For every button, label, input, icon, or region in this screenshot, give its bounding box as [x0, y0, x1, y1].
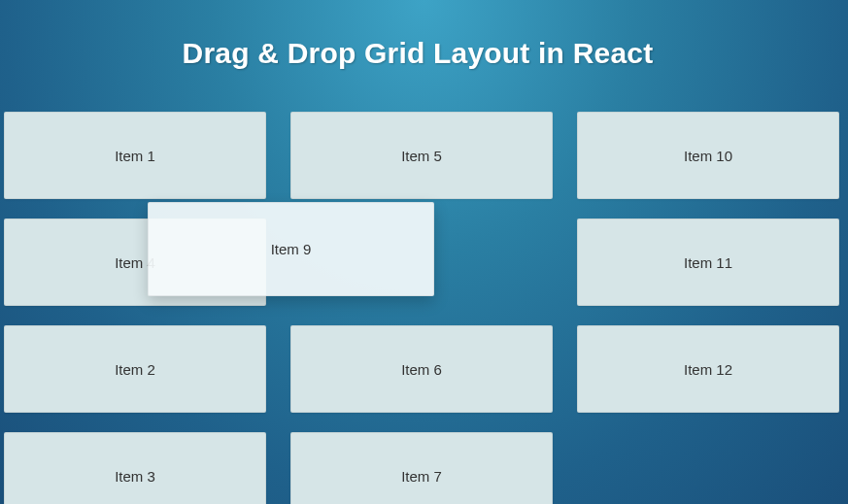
grid-card-label: Item 11 [684, 254, 732, 271]
grid-card-label: Item 3 [115, 468, 155, 485]
grid-card-label: Item 12 [684, 361, 732, 378]
grid-card[interactable]: Item 11 [577, 218, 839, 306]
grid-card-label: Item 9 [271, 241, 312, 257]
grid-card[interactable]: Item 2 [4, 325, 266, 413]
grid-card-label: Item 2 [115, 361, 155, 378]
grid-card-label: Item 10 [684, 148, 732, 164]
grid-card[interactable]: Item 5 [290, 112, 553, 199]
page-title: Drag & Drop Grid Layout in React [0, 37, 835, 70]
grid-card[interactable]: Item 3 [4, 432, 266, 504]
grid-card-label: Item 6 [401, 361, 442, 378]
grid-card-label: Item 7 [401, 468, 442, 485]
grid-card[interactable]: Item 10 [577, 112, 839, 199]
grid-card[interactable]: Item 12 [577, 325, 839, 413]
grid-card[interactable]: Item 1 [4, 112, 266, 199]
grid-card-dragging[interactable]: Item 9 [148, 202, 434, 296]
grid-card-label: Item 5 [401, 148, 442, 164]
grid-card[interactable]: Item 6 [290, 325, 553, 413]
grid-card[interactable]: Item 7 [290, 432, 553, 504]
grid-card-label: Item 1 [115, 148, 155, 164]
